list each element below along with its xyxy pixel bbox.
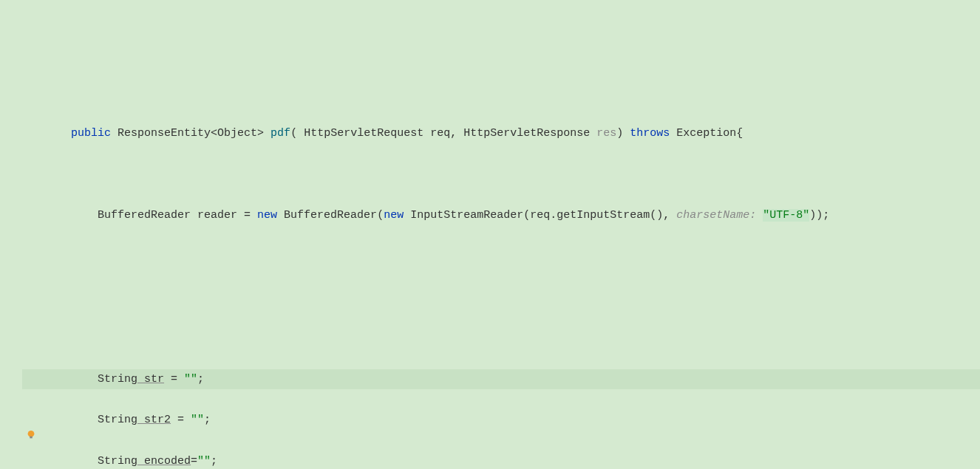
param-name: req,: [423, 127, 463, 140]
string-literal: "UTF-8": [763, 209, 809, 222]
ctor: InputStreamReader: [410, 209, 523, 222]
code-editor[interactable]: public ResponseEntity<Object> pdf( HttpS…: [0, 82, 980, 469]
string-literal: "": [184, 373, 197, 386]
code-line[interactable]: public ResponseEntity<Object> pdf( HttpS…: [22, 123, 980, 144]
type: BufferedReader: [98, 209, 191, 222]
string-literal: "": [197, 455, 211, 468]
keyword-new: new: [257, 209, 277, 222]
type: String: [98, 414, 137, 426]
string-literal: "": [191, 414, 204, 426]
keyword-new: new: [384, 209, 404, 222]
ctor: BufferedReader: [284, 209, 377, 222]
keyword-public: public: [71, 127, 111, 140]
param-type: HttpServletRequest: [304, 127, 423, 140]
code-line[interactable]: String str = "";: [22, 369, 980, 390]
param-name: res: [590, 127, 616, 140]
intention-bulb-icon[interactable]: [26, 428, 36, 438]
code-line-empty[interactable]: [22, 287, 980, 308]
code-line-empty[interactable]: [22, 164, 980, 185]
method-name: pdf: [270, 127, 290, 140]
type: String: [98, 455, 137, 468]
type: String: [98, 373, 137, 386]
code-line[interactable]: BufferedReader reader = new BufferedRead…: [22, 205, 980, 226]
paren: ): [616, 127, 630, 140]
var: str2: [137, 414, 171, 426]
var: encoded: [137, 455, 191, 468]
param-type: HttpServletResponse: [463, 127, 590, 140]
exception: Exception{: [670, 127, 743, 140]
code-line[interactable]: String str2 = "";: [22, 410, 980, 431]
code-line-empty[interactable]: [22, 328, 980, 349]
code-line-empty[interactable]: [22, 246, 980, 267]
var: str: [137, 373, 164, 386]
paren: (: [290, 127, 304, 140]
code-line[interactable]: String encoded="";: [22, 451, 980, 470]
keyword-throws: throws: [630, 127, 670, 140]
call: (req.getInputStream(),: [523, 209, 676, 222]
svg-rect-1: [30, 437, 33, 439]
var: reader =: [191, 209, 257, 222]
svg-point-0: [28, 431, 35, 437]
return-type: ResponseEntity<Object>: [118, 127, 264, 140]
param-hint: charsetName:: [676, 209, 763, 222]
